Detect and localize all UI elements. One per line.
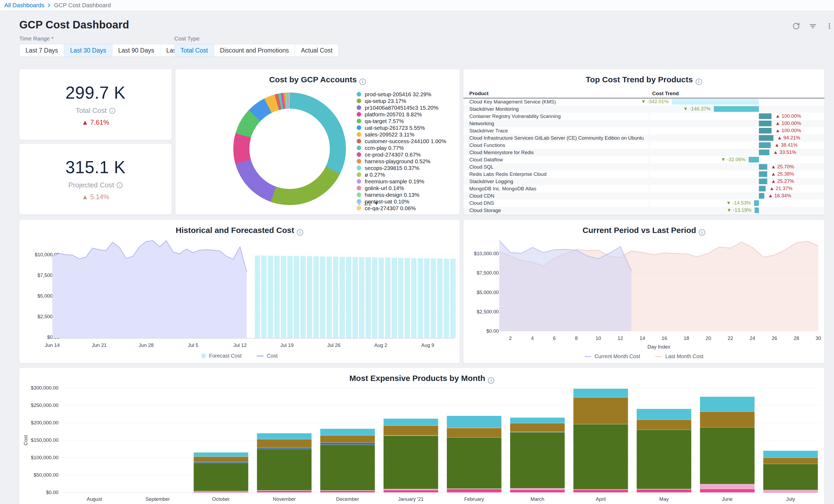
trend-value: ▼ -14.53%	[726, 200, 751, 206]
table-row[interactable]: Container Registry Vulnerability Scannin…	[463, 113, 824, 120]
cost-type-label: Cost Type	[174, 36, 199, 42]
time-range-option-last-30-days[interactable]: Last 30 Days	[64, 44, 112, 57]
table-row[interactable]: Cloud Dataflow▼ -32.06%	[463, 156, 824, 163]
trend-bar	[672, 99, 759, 105]
product-cell: Cloud Storage	[469, 207, 643, 213]
table-row[interactable]: Cloud Key Management Service (KMS)▼ -342…	[463, 98, 824, 105]
svg-text:8: 8	[575, 335, 578, 341]
legend-label: harness-playground 0.52%	[365, 158, 431, 165]
table-row[interactable]: Stackdriver Trace▲ 100.00%	[463, 127, 824, 134]
legend-item[interactable]: harness-playground 0.52%	[357, 158, 453, 165]
page-down-icon[interactable]: ▼	[374, 200, 379, 206]
legend-dot-icon	[357, 119, 361, 123]
table-row[interactable]: Cloud CDN▲ 16.34%	[463, 192, 824, 199]
legend-item[interactable]: prod-setup-205416 32.29%	[357, 91, 453, 97]
product-cell: Redis Labs Redis Enterprise Cloud	[469, 171, 643, 177]
svg-text:$2,500.00: $2,500.00	[477, 309, 499, 314]
legend-last-month[interactable]: Last Month Cost	[655, 353, 703, 359]
table-row[interactable]: Cloud Functions▲ 38.41%	[463, 141, 824, 149]
legend-item[interactable]: sales-209522 3.11%	[357, 131, 453, 137]
time-range-option-last-7-days[interactable]: Last 7 Days	[20, 44, 64, 57]
table-row[interactable]: Cloud Memorystore for Redis▲ 33.51%	[463, 149, 824, 156]
historical-forecast-chart[interactable]: $10,000.00$7,500.00$5,000.00$2,500.00$0.…	[19, 220, 460, 351]
legend-item[interactable]: customer-success-244100 1.00%	[357, 138, 453, 144]
legend-forecast-cost[interactable]: Forecast Cost	[201, 353, 242, 359]
svg-text:Jul 5: Jul 5	[188, 342, 198, 348]
projected-cost-card: 315.1 K Projected Cost ▲ 5.14%	[19, 144, 172, 215]
chevron-right-icon	[47, 3, 51, 7]
cost-type-option-actual-cost[interactable]: Actual Cost	[295, 44, 338, 57]
svg-text:Cost: Cost	[23, 435, 28, 445]
table-row[interactable]: Cloud DNS▼ -14.53%	[463, 199, 824, 207]
total-cost-card: 299.7 K Total Cost ▲ 7.61%	[19, 69, 172, 140]
trend-bar	[759, 186, 766, 192]
breadcrumb-link-all-dashboards[interactable]: All Dashboards	[4, 2, 44, 9]
trend-value: ▲ 100.00%	[775, 120, 801, 126]
legend-item[interactable]: qa-target 7.57%	[357, 118, 453, 124]
legend-item[interactable]: harness-design 0.13%	[357, 192, 453, 198]
page-up-icon[interactable]: ▲	[357, 200, 362, 206]
column-header-product[interactable]: Product	[469, 91, 489, 98]
filter-icon[interactable]	[808, 21, 818, 31]
product-cell: Cloud CDN	[469, 193, 643, 199]
table-row[interactable]: Cloud Storage▼ -13.19%	[463, 207, 824, 214]
svg-text:$0.00: $0.00	[46, 489, 59, 495]
legend-item[interactable]: freemium-sample 0.19%	[357, 178, 453, 184]
svg-text:4: 4	[531, 335, 534, 341]
svg-text:$7,500.00: $7,500.00	[477, 270, 499, 276]
product-cell: Stackdriver Monitoring	[469, 106, 643, 112]
cost-type-option-total-cost[interactable]: Total Cost	[175, 44, 214, 57]
trend-bar	[759, 164, 767, 170]
period-compare-chart[interactable]: $10,000.00$7,500.00$5,000.00$2,500.00$0.…	[463, 220, 824, 352]
legend-item[interactable]: pr10406a87045145c3 15.20%	[357, 105, 453, 111]
svg-text:14: 14	[640, 335, 645, 341]
legend-item[interactable]: ccm-play 0.77%	[357, 145, 453, 151]
product-cell: Cloud Memorystore for Redis	[469, 150, 643, 155]
product-cell: Stackdriver Logging	[469, 178, 643, 184]
info-icon[interactable]	[109, 108, 115, 114]
svg-text:$0.00: $0.00	[486, 328, 499, 334]
page-title: GCP Cost Dashboard	[19, 19, 129, 31]
svg-text:Jun 14: Jun 14	[45, 342, 60, 348]
gcp-accounts-donut-chart[interactable]	[233, 92, 346, 205]
table-row[interactable]: Cloud SQL▲ 25.70%	[463, 163, 824, 171]
legend-item[interactable]: uat-setup-261723 5.55%	[357, 125, 453, 131]
trend-bar	[759, 113, 771, 119]
legend-item[interactable]: qa-setup 23.17%	[357, 98, 453, 104]
table-row[interactable]: Networking▲ 100.00%	[463, 120, 824, 127]
legend-item[interactable]: secops-239815 0.37%	[357, 165, 453, 171]
legend-item[interactable]: platform-205701 8.82%	[357, 111, 453, 117]
legend-label: customer-success-244100 1.00%	[365, 138, 446, 144]
table-row[interactable]: Stackdriver Logging▲ 25.27%	[463, 178, 824, 185]
cost-swatch-icon	[257, 355, 264, 356]
svg-text:Jun 21: Jun 21	[92, 342, 107, 348]
info-icon[interactable]	[696, 79, 702, 85]
table-row[interactable]: MongoDB Inc. MongoDB Atlas▲ 21.37%	[463, 185, 824, 192]
trend-bar	[759, 150, 769, 155]
svg-text:$200,000.00: $200,000.00	[31, 420, 59, 425]
kebab-menu-icon[interactable]	[824, 21, 834, 31]
svg-text:$50,000.00: $50,000.00	[34, 472, 59, 478]
legend-dot-icon	[357, 152, 361, 157]
monthly-products-chart[interactable]: $300,000.00$250,000.00$200,000.00$150,00…	[19, 368, 824, 504]
legend-item[interactable]: golink-url 0.14%	[357, 185, 453, 191]
svg-text:April: April	[596, 496, 606, 502]
refresh-icon[interactable]	[791, 21, 801, 31]
info-icon[interactable]	[359, 79, 366, 85]
legend-dot-icon	[357, 172, 361, 177]
product-cell: Networking	[469, 120, 643, 127]
legend-cost[interactable]: Cost	[257, 353, 278, 359]
cost-type-option-discount-and-promotions[interactable]: Discount and Promotions	[214, 44, 295, 57]
table-row[interactable]: Stackdriver Monitoring▼ -146.37%	[463, 105, 824, 113]
time-range-option-last-90-days[interactable]: Last 90 Days	[112, 44, 160, 57]
legend-item[interactable]: ø 0.27%	[357, 172, 453, 178]
historical-forecast-card: Historical and Forecasted Cost $10,000.0…	[19, 220, 460, 363]
info-icon[interactable]	[117, 182, 123, 188]
trend-value: ▲ 25.38%	[771, 171, 794, 177]
table-row[interactable]: Cloud Infrastructure Services GitLab Ser…	[463, 134, 824, 141]
column-header-cost-trend[interactable]: Cost Trend	[652, 91, 679, 98]
legend-current-month[interactable]: Current Month Cost	[584, 353, 640, 359]
table-row[interactable]: Redis Labs Redis Enterprise Cloud▲ 25.38…	[463, 171, 824, 178]
trend-value: ▲ 100.00%	[775, 113, 801, 119]
legend-item[interactable]: ce-prod-274307 0.67%	[357, 151, 453, 158]
